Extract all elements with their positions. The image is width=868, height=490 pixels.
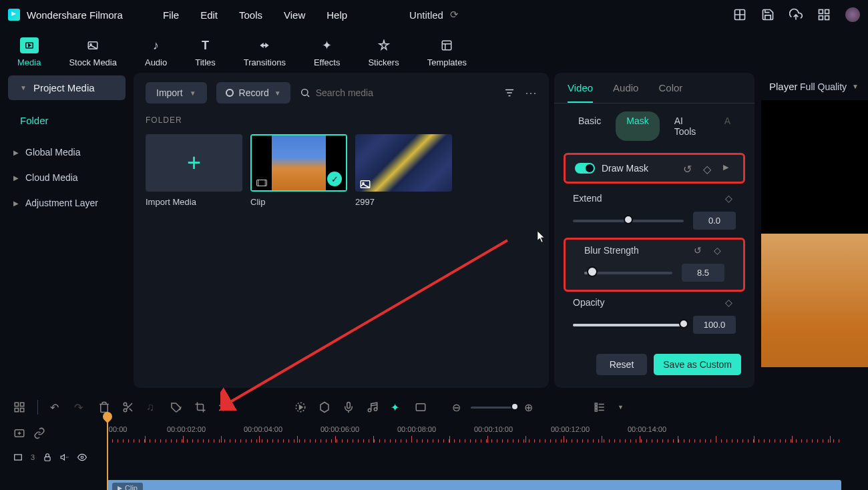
menu-view[interactable]: View [284, 9, 305, 21]
import-media-tile[interactable]: + Import Media [146, 134, 242, 207]
undo-icon[interactable]: ↶ [50, 401, 62, 413]
time-ruler[interactable]: |00:00 00:00:02:00 00:00:04:00 00:00:06:… [107, 424, 868, 443]
blur-strength-section: Blur Strength ↺◇ 8.5 [564, 238, 745, 292]
render-icon[interactable] [294, 401, 306, 413]
sidebar-item-cloud[interactable]: ▶Cloud Media [8, 165, 126, 190]
tab-effects[interactable]: ✦Effects [310, 35, 345, 70]
image-tile[interactable]: 2997 [355, 134, 452, 207]
transitions-icon [255, 37, 274, 53]
opacity-label: Opacity [573, 297, 604, 308]
record-button[interactable]: Record▼ [216, 82, 290, 103]
filter-icon[interactable] [503, 87, 515, 99]
blur-label: Blur Strength [584, 245, 639, 256]
svg-rect-29 [45, 457, 50, 461]
avatar-icon[interactable] [845, 7, 860, 22]
tab-titles[interactable]: TTitles [191, 35, 220, 70]
effects-icon: ✦ [318, 37, 337, 53]
cut-icon[interactable] [122, 401, 134, 413]
keyframe-icon[interactable]: ◇ [703, 163, 714, 174]
extend-slider[interactable] [573, 220, 684, 222]
tab-media[interactable]: Media [13, 35, 45, 70]
chevron-right-icon[interactable]: ▶ [723, 163, 734, 174]
player-viewport[interactable] [761, 100, 868, 367]
zoom-in-icon[interactable]: ⊕ [524, 401, 536, 413]
subtab-aitools[interactable]: AI Tools [664, 111, 710, 141]
audio-mix-icon[interactable] [367, 401, 379, 413]
reset-icon[interactable]: ↺ [694, 245, 704, 256]
music-icon[interactable]: ♫ [146, 401, 158, 413]
redo-icon[interactable]: ↷ [74, 401, 86, 413]
subtab-mask[interactable]: Mask [616, 111, 659, 141]
marker-icon[interactable] [318, 401, 331, 413]
project-media-button[interactable]: ▼ Project Media [8, 75, 126, 100]
more-tools-icon[interactable]: ≫ [218, 401, 230, 413]
tag-icon[interactable] [170, 401, 182, 413]
view-options-icon[interactable] [594, 401, 606, 413]
sync-icon[interactable]: ⟳ [450, 9, 459, 21]
caret-right-icon: ▶ [13, 149, 19, 156]
timeline-clip[interactable]: ▶Clip [107, 480, 841, 490]
import-button[interactable]: Import▼ [146, 82, 207, 103]
playhead[interactable] [107, 417, 108, 490]
mic-icon[interactable] [343, 401, 355, 413]
templates-icon [437, 37, 456, 53]
blur-slider[interactable] [584, 272, 672, 274]
tab-templates[interactable]: Templates [423, 35, 471, 70]
cloud-upload-icon[interactable] [789, 8, 803, 21]
tab-stock-media[interactable]: Stock Media [65, 35, 121, 70]
svg-point-9 [301, 89, 307, 95]
svg-rect-1 [819, 10, 823, 14]
menu-help[interactable]: Help [327, 9, 347, 21]
apps-icon[interactable] [817, 8, 831, 21]
sidebar-item-global[interactable]: ▶Global Media [8, 140, 126, 165]
subtab-basic[interactable]: Basic [568, 111, 612, 141]
grid-icon[interactable] [13, 401, 25, 413]
save-icon[interactable] [761, 8, 775, 21]
props-tab-audio[interactable]: Audio [613, 82, 638, 103]
tab-stickers[interactable]: Stickers [364, 35, 403, 70]
tab-audio[interactable]: ♪Audio [141, 35, 171, 70]
eye-icon[interactable] [77, 453, 87, 462]
lock-icon[interactable] [43, 453, 52, 462]
svg-rect-8 [443, 41, 452, 50]
extend-value[interactable]: 0.0 [693, 212, 736, 230]
layout-icon[interactable] [733, 8, 746, 21]
keyframe-icon[interactable]: ◇ [725, 193, 736, 204]
menu-tools[interactable]: Tools [239, 9, 262, 21]
crop-icon[interactable] [194, 401, 206, 413]
caret-down-icon[interactable]: ▼ [618, 404, 624, 411]
tab-transitions[interactable]: Transitions [240, 35, 290, 70]
subtab-more[interactable]: A [714, 111, 741, 141]
link-icon[interactable] [33, 427, 45, 439]
search-icon [300, 87, 310, 98]
mute-icon[interactable] [60, 453, 69, 462]
ai-icon[interactable]: ✦ [391, 401, 403, 413]
opacity-slider[interactable] [573, 324, 684, 326]
props-tab-video[interactable]: Video [568, 82, 593, 103]
sidebar-item-adjustment[interactable]: ▶Adjustment Layer [8, 190, 126, 216]
reset-button[interactable]: Reset [596, 354, 648, 375]
search-input[interactable] [316, 87, 494, 98]
titles-icon: T [196, 37, 215, 53]
keyframe-icon[interactable]: ◇ [725, 297, 736, 308]
folder-label[interactable]: Folder [8, 109, 126, 132]
save-as-custom-button[interactable]: Save as Custom [654, 354, 741, 375]
quality-dropdown[interactable]: Full Quality▼ [800, 81, 859, 92]
draw-mask-toggle[interactable] [575, 163, 595, 174]
snapshot-icon[interactable] [415, 401, 427, 413]
zoom-out-icon[interactable]: ⊖ [452, 401, 464, 413]
menu-edit[interactable]: Edit [200, 9, 218, 21]
opacity-value[interactable]: 100.0 [693, 316, 736, 334]
clip-tile[interactable]: ✓ Clip [250, 134, 347, 207]
more-icon[interactable]: ⋯ [525, 85, 537, 100]
reset-icon[interactable]: ↺ [683, 163, 694, 174]
blur-value[interactable]: 8.5 [682, 264, 724, 282]
keyframe-icon[interactable]: ◇ [714, 245, 724, 256]
menu-file[interactable]: File [163, 9, 179, 21]
left-sidebar: ▼ Project Media Folder ▶Global Media ▶Cl… [0, 70, 134, 391]
add-track-icon[interactable] [13, 427, 25, 439]
props-tab-color[interactable]: Color [658, 82, 682, 103]
doc-title: Untitled [409, 9, 443, 21]
app-logo-icon [8, 9, 20, 21]
zoom-slider[interactable] [471, 407, 517, 409]
